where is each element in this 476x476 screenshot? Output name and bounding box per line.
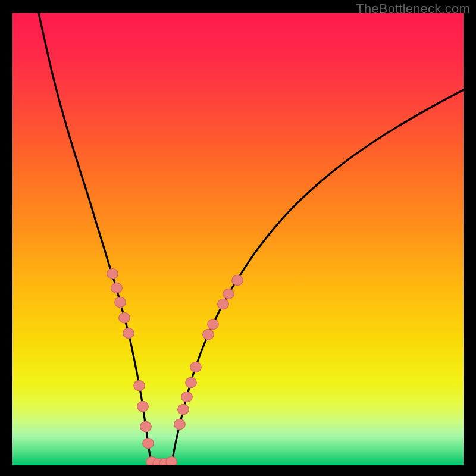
marker-right xyxy=(174,419,186,429)
plot-area xyxy=(12,13,464,465)
marker-left xyxy=(123,328,134,338)
marker-left xyxy=(140,421,152,431)
marker-left xyxy=(143,438,154,448)
data-markers xyxy=(107,268,243,468)
frame-border xyxy=(0,0,12,476)
chart-canvas: TheBottleneck.com xyxy=(0,0,476,476)
marker-right xyxy=(203,329,214,339)
bottleneck-curve xyxy=(39,13,464,464)
marker-right xyxy=(178,404,189,414)
marker-right xyxy=(208,319,219,329)
marker-left xyxy=(111,283,123,293)
watermark-text: TheBottleneck.com xyxy=(356,1,470,17)
marker-right xyxy=(218,299,229,309)
marker-right xyxy=(186,377,197,387)
frame-border xyxy=(0,465,476,476)
marker-left xyxy=(119,312,130,322)
marker-left xyxy=(134,380,145,390)
marker-left xyxy=(115,297,126,307)
curve-layer xyxy=(12,13,464,465)
marker-left xyxy=(107,268,118,278)
marker-right xyxy=(190,362,202,372)
marker-right xyxy=(223,289,234,299)
marker-right xyxy=(181,392,193,402)
frame-border xyxy=(464,0,476,476)
marker-left xyxy=(137,401,149,411)
marker-right xyxy=(232,275,243,285)
